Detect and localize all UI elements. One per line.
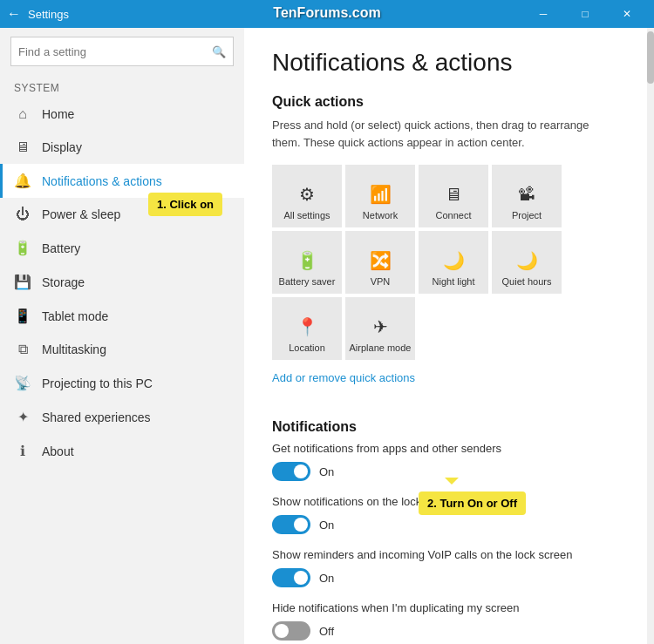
scrollbar-thumb[interactable]: [647, 31, 654, 84]
sidebar-item-power[interactable]: ⏻ Power & sleep: [0, 198, 244, 231]
qa-icon-7: 🌙: [516, 250, 538, 271]
nav-label-display: Display: [42, 140, 82, 154]
toggle-label-duplicate-notif: Off: [319, 625, 334, 638]
qa-tile-5[interactable]: 🔀 VPN: [345, 231, 415, 294]
nav-icon-home: ⌂: [14, 106, 31, 122]
sidebar-item-notifications[interactable]: 🔔 Notifications & actions: [0, 164, 244, 198]
qa-tile-3[interactable]: 📽 Project: [492, 165, 562, 227]
nav-icon-power: ⏻: [14, 207, 31, 222]
notifications-title: Notifications: [272, 419, 619, 435]
sidebar: 🔍 System ⌂ Home 🖥 Display 🔔 Notification…: [0, 28, 244, 644]
qa-icon-1: 📶: [370, 184, 392, 205]
qa-tile-6[interactable]: 🌙 Night light: [419, 231, 488, 294]
close-button[interactable]: ✕: [607, 0, 647, 28]
qa-label-2: Connect: [436, 210, 472, 220]
sidebar-section-label: System: [0, 75, 244, 98]
qa-icon-4: 🔋: [296, 250, 318, 271]
toggle-label-lock-screen-notif: On: [319, 519, 334, 532]
sidebar-item-projecting[interactable]: 📡 Projecting to this PC: [0, 366, 244, 400]
toggle-thumb-apps-notif: [294, 464, 308, 478]
qa-icon-6: 🌙: [443, 250, 465, 271]
notif-label-apps-notif: Get notifications from apps and other se…: [272, 442, 619, 455]
quick-actions-grid: ⚙ All settings 📶 Network 🖥 Connect 📽 Pro…: [272, 165, 619, 360]
nav-label-power: Power & sleep: [42, 207, 120, 221]
sidebar-item-display[interactable]: 🖥 Display: [0, 131, 244, 164]
quick-actions-desc: Press and hold (or select) quick actions…: [272, 117, 619, 151]
titlebar-title: Settings: [28, 8, 69, 21]
qa-tile-0[interactable]: ⚙ All settings: [272, 165, 342, 227]
nav-label-tablet: Tablet mode: [42, 309, 108, 323]
qa-label-3: Project: [512, 210, 542, 220]
toggle-label-apps-notif: On: [319, 465, 334, 478]
qa-label-7: Quiet hours: [502, 276, 552, 287]
qa-label-9: Airplane mode: [350, 342, 412, 353]
nav-label-battery: Battery: [42, 241, 80, 255]
sidebar-item-storage[interactable]: 💾 Storage: [0, 265, 244, 299]
qa-icon-3: 📽: [518, 185, 535, 205]
toggle-reminders-notif[interactable]: [272, 568, 310, 587]
notif-label-duplicate-notif: Hide notifications when I'm duplicating …: [272, 601, 619, 614]
sidebar-item-shared[interactable]: ✦ Shared experiences: [0, 400, 244, 434]
nav-label-storage: Storage: [42, 275, 85, 289]
nav-icon-about: ℹ: [14, 443, 31, 459]
nav-icon-tablet: 📱: [14, 308, 31, 324]
nav-icon-multitasking: ⧉: [14, 342, 31, 357]
titlebar: ← Settings TenForums.com ─ □ ✕: [0, 0, 654, 28]
nav-label-multitasking: Multitasking: [42, 342, 106, 356]
qa-tile-4[interactable]: 🔋 Battery saver: [272, 231, 342, 294]
qa-tile-2[interactable]: 🖥 Connect: [419, 165, 488, 227]
page-title: Notifications & actions: [272, 49, 619, 77]
notif-label-lock-screen-notif: Show notifications on the lock screen: [272, 495, 619, 508]
qa-label-4: Battery saver: [279, 276, 336, 287]
back-button[interactable]: ←: [7, 6, 21, 22]
toggle-thumb-reminders-notif: [294, 571, 308, 585]
qa-label-6: Night light: [433, 276, 475, 287]
sidebar-item-battery[interactable]: 🔋 Battery: [0, 231, 244, 265]
qa-tile-7[interactable]: 🌙 Quiet hours: [492, 231, 562, 294]
sidebar-item-home[interactable]: ⌂ Home: [0, 98, 244, 131]
qa-icon-2: 🖥: [445, 185, 462, 205]
sidebar-item-tablet[interactable]: 📱 Tablet mode: [0, 299, 244, 333]
search-input[interactable]: [18, 45, 212, 58]
notif-setting-duplicate-notif: Hide notifications when I'm duplicating …: [272, 601, 619, 641]
notif-setting-lock-screen-notif: Show notifications on the lock screen On: [272, 495, 619, 534]
qa-icon-5: 🔀: [370, 250, 392, 271]
titlebar-left: ← Settings: [7, 6, 69, 22]
sidebar-item-multitasking[interactable]: ⧉ Multitasking: [0, 333, 244, 366]
toggle-thumb-duplicate-notif: [275, 624, 289, 638]
nav-icon-notifications: 🔔: [14, 173, 31, 189]
sidebar-item-about[interactable]: ℹ About: [0, 434, 244, 468]
nav-label-shared: Shared experiences: [42, 410, 151, 424]
qa-label-0: All settings: [283, 210, 330, 220]
qa-icon-0: ⚙: [299, 184, 315, 205]
minimize-button[interactable]: ─: [523, 0, 563, 28]
nav-items: ⌂ Home 🖥 Display 🔔 Notifications & actio…: [0, 98, 244, 468]
toggle-label-reminders-notif: On: [319, 572, 334, 585]
qa-tile-8[interactable]: 📍 Location: [272, 297, 342, 360]
qa-label-5: VPN: [371, 276, 391, 287]
scrollbar-track[interactable]: [647, 28, 654, 644]
maximize-button[interactable]: □: [565, 0, 605, 28]
toggle-row-apps-notif: On: [272, 462, 619, 481]
qa-icon-9: ✈: [373, 316, 388, 337]
qa-icon-8: 📍: [296, 316, 318, 337]
nav-icon-display: 🖥: [14, 139, 31, 155]
toggle-lock-screen-notif[interactable]: [272, 515, 310, 534]
app-body: 🔍 System ⌂ Home 🖥 Display 🔔 Notification…: [0, 28, 654, 644]
nav-label-about: About: [42, 444, 74, 458]
toggle-row-duplicate-notif: Off: [272, 621, 619, 641]
qa-tile-9[interactable]: ✈ Airplane mode: [345, 297, 415, 360]
add-remove-link[interactable]: Add or remove quick actions: [272, 371, 415, 384]
search-box[interactable]: 🔍: [10, 37, 234, 66]
toggle-duplicate-notif[interactable]: [272, 621, 310, 641]
quick-actions-title: Quick actions: [272, 94, 619, 110]
nav-icon-storage: 💾: [14, 274, 31, 290]
search-icon: 🔍: [212, 45, 226, 58]
toggle-thumb-lock-screen-notif: [294, 518, 308, 532]
watermark: TenForums.com: [273, 5, 380, 21]
toggle-apps-notif[interactable]: [272, 462, 310, 481]
qa-label-8: Location: [289, 342, 325, 353]
notif-setting-apps-notif: Get notifications from apps and other se…: [272, 442, 619, 481]
qa-tile-1[interactable]: 📶 Network: [345, 165, 415, 227]
toggle-row-lock-screen-notif: On: [272, 515, 619, 534]
